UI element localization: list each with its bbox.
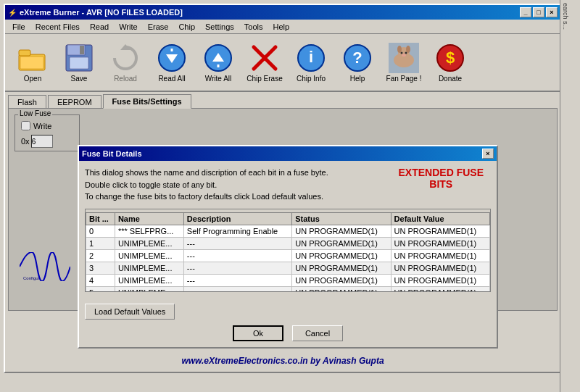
tab-bar: Flash EEPROM Fuse Bits/Settings: [5, 92, 560, 108]
help-icon: ?: [342, 43, 373, 73]
table-row[interactable]: 0*** SELFPRG...Self Programming EnableUN…: [86, 225, 490, 237]
cell-name: *** SELFPRG...: [115, 225, 183, 237]
save-button[interactable]: Save: [57, 37, 101, 88]
cell-description: Self Programming Enable: [183, 225, 291, 237]
chip-erase-icon: [249, 43, 280, 73]
donate-button[interactable]: $ Donate: [428, 37, 472, 88]
dialog-footer: Load Default Values Ok Cancel: [79, 298, 497, 347]
menu-chip[interactable]: Chip: [174, 21, 199, 33]
dialog-close-button[interactable]: ×: [482, 149, 494, 159]
read-all-icon: [157, 43, 187, 73]
cell-description: ---: [183, 262, 291, 274]
cell-default: UN PROGRAMMED(1): [391, 237, 489, 249]
cell-name: UNIMPLEME...: [115, 249, 183, 262]
help-label: Help: [350, 75, 365, 83]
content-area: Low Fuse Write 0x Configur AVR Cloc: [8, 108, 558, 311]
write-all-button[interactable]: Write All: [196, 37, 240, 88]
menu-settings[interactable]: Settings: [201, 21, 239, 33]
svg-point-23: [397, 46, 402, 53]
cell-default: UN PROGRAMMED(1): [391, 225, 489, 237]
menu-write[interactable]: Write: [115, 21, 141, 33]
tab-fuse-bits[interactable]: Fuse Bits/Settings: [103, 94, 191, 109]
cell-description: ---: [183, 249, 291, 262]
chip-info-button[interactable]: i Chip Info: [289, 37, 333, 88]
tab-eeprom[interactable]: EEPROM: [48, 95, 102, 109]
fan-page-button[interactable]: Fan Page !: [382, 37, 426, 88]
table-row[interactable]: 4UNIMPLEME...---UN PROGRAMMED(1)UN PROGR…: [86, 274, 490, 286]
svg-point-27: [402, 54, 406, 57]
cell-status: UN PROGRAMMED(1): [292, 237, 391, 249]
cell-status: UN PROGRAMMED(1): [292, 262, 391, 274]
menu-erase[interactable]: Erase: [144, 21, 173, 33]
cell-description: ---: [183, 286, 291, 292]
svg-point-25: [401, 51, 403, 54]
close-button[interactable]: ×: [546, 7, 558, 17]
cell-name: UNIMPLEME...: [115, 286, 183, 292]
cell-default: UN PROGRAMMED(1): [391, 249, 489, 262]
load-defaults-button[interactable]: Load Default Values: [85, 304, 175, 320]
menu-read[interactable]: Read: [86, 21, 113, 33]
cell-bit: 5: [86, 286, 115, 292]
svg-point-26: [405, 51, 407, 54]
minimize-button[interactable]: _: [520, 7, 531, 17]
sidebar-right: earch s...: [560, 0, 580, 392]
cell-default: UN PROGRAMMED(1): [391, 262, 489, 274]
cell-name: UNIMPLEME...: [115, 274, 183, 286]
watermark-text: www.eXtremeElectronics.co.in by Avinash …: [181, 356, 384, 366]
reload-label: Reload: [114, 75, 137, 83]
help-button[interactable]: ? Help: [336, 37, 379, 88]
dialog-info: This dialog shows the name and discripti…: [85, 167, 328, 203]
menu-tools[interactable]: Tools: [240, 21, 268, 33]
sidebar-search: earch s...: [560, 0, 571, 33]
table-row[interactable]: 3UNIMPLEME...---UN PROGRAMMED(1)UN PROGR…: [86, 262, 490, 274]
dialog-info-line1: This dialog shows the name and discripti…: [85, 167, 328, 179]
cell-status: UN PROGRAMMED(1): [292, 274, 391, 286]
donate-icon: $: [435, 43, 465, 73]
ok-button[interactable]: Ok: [233, 325, 283, 341]
open-icon: [17, 43, 48, 73]
cell-bit: 0: [86, 225, 115, 237]
svg-rect-1: [19, 50, 30, 56]
chip-info-label: Chip Info: [297, 75, 326, 83]
table-row[interactable]: 5UNIMPLEME...---UN PROGRAMMED(1)UN PROGR…: [86, 286, 490, 292]
cell-status: UN PROGRAMMED(1): [292, 225, 391, 237]
save-label: Save: [71, 75, 88, 83]
watermark: www.eXtremeElectronics.co.in by Avinash …: [5, 350, 560, 372]
open-button[interactable]: Open: [11, 37, 54, 88]
col-name: Name: [115, 212, 183, 225]
fuse-bit-details-dialog: Fuse Bit Details × This dialog shows the…: [78, 145, 498, 349]
extended-fuse-label: EXTENDED FUSE BITS: [399, 167, 484, 190]
tab-flash[interactable]: Flash: [8, 95, 46, 109]
app-icon: ⚡: [8, 9, 17, 17]
table-row[interactable]: 2UNIMPLEME...---UN PROGRAMMED(1)UN PROGR…: [86, 249, 490, 262]
cell-default: UN PROGRAMMED(1): [391, 274, 489, 286]
fan-page-label: Fan Page !: [386, 75, 422, 83]
read-all-label: Read All: [158, 75, 185, 83]
chip-erase-button[interactable]: Chip Erase: [243, 37, 286, 88]
svg-rect-5: [70, 57, 88, 69]
svg-point-24: [406, 46, 410, 53]
cancel-button[interactable]: Cancel: [292, 325, 343, 341]
cell-bit: 1: [86, 237, 115, 249]
open-label: Open: [24, 75, 41, 83]
cell-default: UN PROGRAMMED(1): [391, 286, 489, 292]
chip-erase-label: Chip Erase: [246, 75, 282, 83]
dialog-title: Fuse Bit Details: [82, 149, 142, 158]
maximize-button[interactable]: □: [533, 7, 544, 17]
title-bar-buttons: _ □ ×: [520, 7, 558, 17]
menu-recent-files[interactable]: Recent Files: [31, 21, 84, 33]
window-title: eXtreme Burner - AVR [NO FILES LOADED]: [20, 8, 183, 17]
fuse-table: Bit ... Name Description Status Default …: [86, 212, 490, 292]
cell-name: UNIMPLEME...: [115, 237, 183, 249]
cell-bit: 4: [86, 274, 115, 286]
fuse-table-wrapper[interactable]: Bit ... Name Description Status Default …: [85, 209, 491, 292]
menu-bar: File Recent Files Read Write Erase Chip …: [5, 20, 560, 34]
menu-file[interactable]: File: [8, 21, 30, 33]
menu-help[interactable]: Help: [268, 21, 294, 33]
write-all-label: Write All: [205, 75, 232, 83]
reload-button[interactable]: Reload: [104, 37, 147, 88]
table-row[interactable]: 1UNIMPLEME...---UN PROGRAMMED(1)UN PROGR…: [86, 237, 490, 249]
read-all-button[interactable]: Read All: [150, 37, 194, 88]
svg-rect-2: [20, 57, 44, 69]
cell-description: ---: [183, 237, 291, 249]
